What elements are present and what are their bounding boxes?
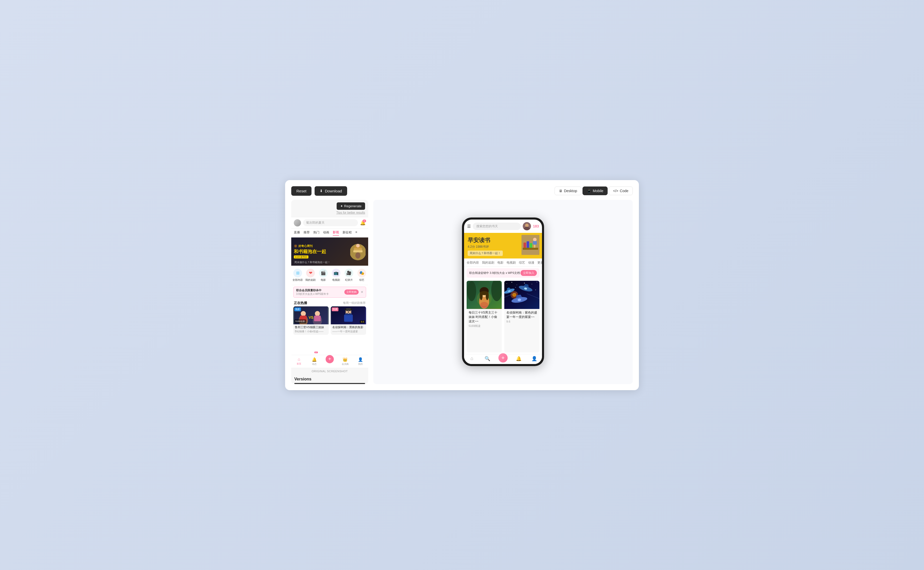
promo-button[interactable]: 立即抢购 [344,290,359,294]
video-card-2[interactable]: 热播 9.6 名侦探柯南：黑铁的鱼影 ——一年一度柯远盛宴 [331,306,366,335]
mobile-bell-icon: 🔔 [516,356,521,362]
mobile-points: 183 [533,224,539,228]
mobile-card-meta-1: 5169阅读 [469,324,500,328]
mobile-card-title-1: 每日三十VS男主三十妹妹 时尚搭配！小偷这次~~ [469,311,500,323]
mobile-tab-variety[interactable]: 综艺 [519,260,525,265]
svg-point-49 [517,285,517,285]
desktop-view-button[interactable]: 🖥 Desktop [555,187,581,195]
mobile-menu-icon[interactable]: ☰ [467,224,471,229]
promo-close-button[interactable]: ✕ [361,290,363,294]
mobile-card-2[interactable]: 名侦探柯南：紫色的盛宴一年一度的紫宴~~ 9.6 [504,281,540,352]
app-header-icons: 🔔 9 [360,220,366,226]
video-info-1: 鲁邦三世VS猫眼三姐妹 B站独播！小偷x怪盗—— [293,324,329,335]
mobile-home-icon: ⌂ [470,356,473,361]
tips-link[interactable]: Tips for better results [294,211,365,215]
mobile-user-avatar[interactable] [523,222,531,230]
mobile-tab-more[interactable]: 更多 [537,260,542,265]
svg-point-56 [535,290,536,290]
plus-button[interactable]: + [326,355,334,363]
icon-movies[interactable]: 🎬 电影 [317,268,330,283]
app-search-bar[interactable]: 菊次郎的夏天 [303,219,358,226]
icon-all-content[interactable]: ⊞ 全部内容 [291,268,304,283]
banner-subtitle: 周末做什么？和书籍泡在一起！ [294,260,330,264]
right-panel: ☰ 搜索您想的书天 183 [373,200,633,384]
mobile-tab-movies[interactable]: 电影 [497,260,504,265]
nav-tab-hot[interactable]: 热门 [313,230,320,236]
svg-rect-1 [353,250,363,252]
app-banner: 🔆 好奇心周刊 和书籍泡在一起 4.23 读书日 [291,238,368,266]
svg-point-47 [507,283,507,284]
section-title: 正在热播 [294,301,307,305]
svg-point-48 [512,282,512,283]
svg-rect-29 [527,241,529,248]
notification-badge[interactable]: 🔔 9 [360,220,366,226]
video-card-1[interactable]: VS 电影 5169追剧 鲁邦三世VS猫眼三姐妹 B站独播！小偷x怪盗—— [293,306,329,335]
svg-point-32 [533,238,537,241]
section-more[interactable]: 每周一组好剧推荐 [343,301,366,305]
phone-screen: ☰ 搜索您想的书天 183 [464,219,542,364]
nav-tab-new[interactable]: 新征程 [343,230,352,236]
mobile-card-1[interactable]: 每日三十VS男主三十妹妹 时尚搭配！小偷这次~~ 5169阅读 [467,281,502,352]
banner-title: 和书籍泡在一起 [294,249,350,254]
svg-rect-27 [523,248,538,250]
mobile-nav-notification[interactable]: 🔔 [511,356,526,363]
mine-icon: 👤 [358,357,363,362]
reset-button[interactable]: Reset [291,186,312,196]
icon-grid: ⊞ 全部内容 ❤ 我的追剧 🎬 电影 [291,266,368,285]
svg-point-51 [532,284,532,284]
mobile-nav-home[interactable]: ⌂ [464,356,480,363]
icon-my-shows[interactable]: ❤ 我的追剧 [304,268,317,283]
download-button[interactable]: ⬇ Download [315,186,347,196]
bottom-nav-mine[interactable]: 👤 我的 [353,356,368,367]
mobile-tab-following[interactable]: 我的追剧 [482,260,494,265]
mobile-nav-search[interactable]: 🔍 [480,356,495,363]
icon-documentary[interactable]: 🎥 纪录片 [343,268,355,283]
nav-tab-live[interactable]: 直播 [294,230,300,236]
bottom-nav-membership[interactable]: 👑 会员购 [337,356,353,367]
mobile-nav-plus[interactable]: + [495,356,511,363]
nav-tab-anime[interactable]: 动画 [323,230,329,236]
mobile-search-icon: 🔍 [484,356,490,362]
mobile-search-bar[interactable]: 搜索您想的书天 [473,223,521,230]
mobile-plus-button[interactable]: + [498,353,507,363]
code-view-button[interactable]: </> Code [609,187,633,195]
mobile-banner: 早安读书 4.2分 1986书评 周末什么？和书香一起！ [464,233,542,259]
mobile-tab-tv[interactable]: 电视剧 [507,260,516,265]
svg-rect-33 [533,241,537,245]
mobile-promo-bar: 联合阅读促销中 3.9折扣大会 x WPS文档 立即加入 [467,268,540,278]
mobile-promo-button[interactable]: 立即加入 [520,270,537,276]
home-icon: ⌂ [298,357,300,362]
mobile-tab-anime[interactable]: 动漫 [528,260,534,265]
nav-tab-recommend[interactable]: 推荐 [304,230,310,236]
svg-point-24 [525,224,529,227]
mobile-view-button[interactable]: 📱 Mobile [583,187,607,195]
brand-icon: 🔆 [294,244,297,248]
svg-point-36 [467,281,476,301]
icon-variety[interactable]: 🎭 综艺 [355,268,368,283]
video-grid: VS 电影 5169追剧 鲁邦三世VS猫眼三姐妹 B站独播！小偷x怪盗—— [291,306,368,337]
mobile-card-info-1: 每日三十VS男主三十妹妹 时尚搭配！小偷这次~~ 5169阅读 [467,309,502,330]
bottom-nav-plus[interactable]: + [322,356,337,367]
mobile-promo-text: 联合阅读促销中 3.9折扣大会 x WPS文档 [469,271,520,275]
mobile-tab-all[interactable]: 全部内容 [467,260,479,265]
regenerate-button[interactable]: ✦ Regenerate [337,202,365,210]
mobile-bottom-nav: ⌂ 🔍 + 🔔 👤 [464,354,542,364]
mobile-nav-tabs: 全部内容 我的追剧 电影 电视剧 综艺 动漫 更多 [464,259,542,267]
mobile-card-rating-2: 9.6 [506,320,537,323]
nav-tab-film[interactable]: 影视 [333,230,339,236]
svg-point-8 [301,311,306,316]
svg-point-54 [515,287,516,288]
svg-text:VS: VS [309,316,314,319]
nav-tab-more[interactable]: ≡ [355,230,357,236]
mobile-card-title-2: 名侦探柯南：紫色的盛宴一年一度的紫宴~~ [506,311,537,319]
svg-rect-30 [530,243,532,248]
mobile-card-info-2: 名侦探柯南：紫色的盛宴一年一度的紫宴~~ 9.6 [504,309,540,325]
toolbar-left: Reset ⬇ Download [291,186,347,196]
icon-tv[interactable]: 📺 电视剧 [330,268,343,283]
mobile-profile-icon: 👤 [532,356,537,362]
app-user-avatar [294,219,301,227]
mobile-nav-profile[interactable]: 👤 [526,356,542,363]
bottom-nav-activity[interactable]: 🔔 动态 37 [307,356,322,367]
bottom-nav-home[interactable]: ⌂ 首页 [291,356,307,367]
mobile-content-grid: 每日三十VS男主三十妹妹 时尚搭配！小偷这次~~ 5169阅读 [464,279,542,354]
